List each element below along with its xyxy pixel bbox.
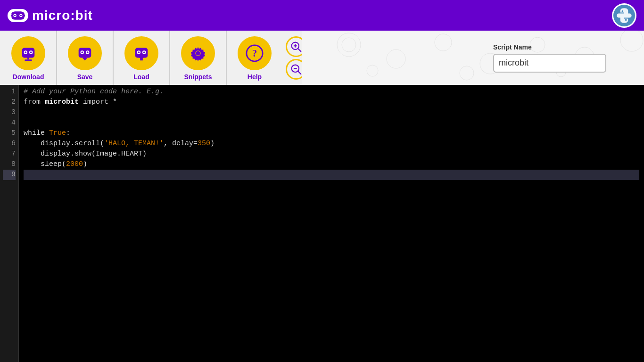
svg-point-47 <box>367 65 378 76</box>
zoom-out-icon <box>290 64 302 75</box>
code-line-6: display.scroll('HALO, TEMAN!', delay=350… <box>24 139 639 149</box>
svg-point-42 <box>435 34 452 51</box>
svg-point-7 <box>24 13 25 14</box>
logo-icon <box>8 9 28 22</box>
python-logo-svg <box>613 5 635 26</box>
svg-rect-18 <box>25 59 32 61</box>
svg-line-35 <box>298 49 301 51</box>
code-line-1: # Add your Python code here. E.g. <box>24 87 639 97</box>
save-icon <box>76 44 94 62</box>
svg-point-46 <box>620 31 643 51</box>
code-line-7: display.show(Image.HEART) <box>24 149 639 159</box>
line-number: 7 <box>3 149 16 159</box>
svg-point-29 <box>196 51 200 56</box>
download-icon-circle <box>11 36 45 70</box>
zoom-out-button[interactable] <box>286 59 306 80</box>
line-number-active: 9 <box>3 170 16 180</box>
script-name-area: Script Name <box>493 43 606 73</box>
code-line-9 <box>24 170 639 180</box>
code-line-4 <box>24 118 639 128</box>
svg-point-4 <box>20 15 22 16</box>
line-number: 6 <box>3 139 16 149</box>
python-logo-button[interactable] <box>612 3 636 28</box>
svg-point-22 <box>81 51 83 53</box>
download-label: Download <box>13 73 44 81</box>
save-label: Save <box>77 73 93 81</box>
svg-point-27 <box>138 51 140 53</box>
svg-point-48 <box>460 66 474 80</box>
svg-point-23 <box>87 51 89 53</box>
line-number: 2 <box>3 97 16 107</box>
help-icon-circle: ? <box>238 36 272 70</box>
load-icon-circle <box>124 36 158 70</box>
load-label: Load <box>133 73 149 81</box>
save-button[interactable]: Save <box>57 31 113 85</box>
zoom-in-button[interactable] <box>286 36 306 57</box>
zoom-in-icon <box>290 41 302 52</box>
snippets-icon <box>189 44 207 62</box>
svg-point-28 <box>143 51 145 53</box>
microbit-svg-icon <box>10 11 25 20</box>
line-number: 8 <box>3 159 16 170</box>
svg-line-38 <box>298 71 301 74</box>
code-content[interactable]: # Add your Python code here. E.g. from m… <box>19 85 644 362</box>
line-number: 3 <box>3 107 16 118</box>
line-number: 4 <box>3 118 16 128</box>
help-button[interactable]: ? Help <box>226 31 283 85</box>
snippets-icon-circle <box>181 36 215 70</box>
zoom-controls <box>283 31 309 85</box>
code-line-3 <box>24 107 639 118</box>
svg-point-11 <box>625 19 627 21</box>
line-numbers: 1 2 3 4 5 6 7 8 9 <box>0 85 19 362</box>
script-name-input[interactable] <box>493 54 606 73</box>
code-editor: 1 2 3 4 5 6 7 8 9 # Add your Python code… <box>0 85 644 362</box>
help-icon: ? <box>246 44 264 62</box>
line-number: 1 <box>3 87 16 97</box>
svg-point-40 <box>342 38 356 52</box>
svg-point-5 <box>11 13 12 14</box>
svg-point-8 <box>24 16 25 17</box>
code-line-5: while True: <box>24 128 639 139</box>
svg-point-41 <box>387 49 405 68</box>
line-number: 5 <box>3 128 16 139</box>
svg-point-39 <box>337 33 361 57</box>
svg-point-15 <box>25 51 26 53</box>
toolbar: Download Save <box>0 31 644 85</box>
svg-point-10 <box>621 10 623 12</box>
svg-point-16 <box>30 51 32 53</box>
logo: micro:bit <box>8 8 93 23</box>
load-button[interactable]: Load <box>113 31 170 85</box>
svg-text:?: ? <box>252 47 257 58</box>
download-icon <box>19 44 37 62</box>
code-line-2: from microbit import * <box>24 97 639 107</box>
snippets-label: Snippets <box>184 73 212 81</box>
svg-rect-0 <box>11 11 25 20</box>
header: micro:bit <box>0 0 644 31</box>
help-label: Help <box>248 73 262 81</box>
code-line-8: sleep(2000) <box>24 159 639 170</box>
save-icon-circle <box>68 36 102 70</box>
download-button[interactable]: Download <box>0 31 57 85</box>
svg-point-3 <box>14 15 16 16</box>
svg-point-6 <box>11 16 12 17</box>
logo-text: micro:bit <box>32 8 93 23</box>
svg-rect-17 <box>27 57 29 59</box>
load-icon <box>132 44 150 62</box>
snippets-button[interactable]: Snippets <box>170 31 226 85</box>
script-name-label: Script Name <box>493 43 606 51</box>
